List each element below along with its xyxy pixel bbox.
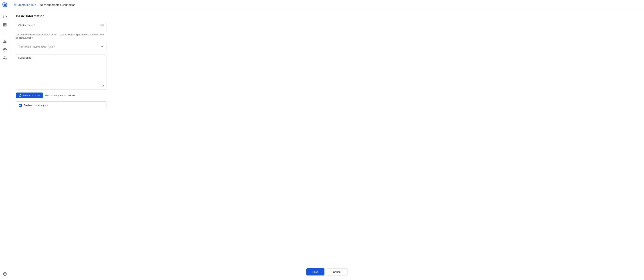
cluster-name-char-count: 0/63 xyxy=(100,24,104,27)
cluster-name-wrapper: Cluster Name * 0/63 xyxy=(16,22,106,32)
form-container: Cluster Name * 0/63 Contains only lowerc… xyxy=(16,22,106,109)
breadcrumb-link[interactable]: Operation Hub xyxy=(14,3,36,6)
read-from-file-label: Read from a file xyxy=(23,94,40,97)
footer: Save Cancel xyxy=(10,264,644,280)
header: Operation Hub / New Kubernetes Connector xyxy=(10,0,644,10)
file-icon xyxy=(19,94,22,97)
svg-line-18 xyxy=(5,41,6,42)
sidebar-item-analytics[interactable] xyxy=(1,29,9,37)
main: Operation Hub / New Kubernetes Connector… xyxy=(10,0,644,280)
kubeconfig-label: KubeConfig * xyxy=(18,56,104,59)
enable-cost-analysis-label[interactable]: Enable cost analysis xyxy=(24,104,48,107)
env-type-dropdown[interactable]: Applicable Environment Type * xyxy=(16,43,106,51)
kubeconfig-textarea[interactable] xyxy=(18,60,104,87)
svg-point-14 xyxy=(4,40,5,41)
enable-cost-analysis-wrapper: Enable cost analysis xyxy=(16,101,106,109)
sidebar-item-settings[interactable] xyxy=(1,46,9,53)
env-type-label: Applicable Environment Type * xyxy=(19,45,55,48)
svg-point-3 xyxy=(4,4,5,5)
cluster-name-hint: Contains only lowercase alphanumeric or … xyxy=(16,33,106,40)
sidebar-nav xyxy=(0,11,10,63)
svg-point-20 xyxy=(4,49,5,50)
cluster-name-field-group: Cluster Name * 0/63 Contains only lowerc… xyxy=(16,22,106,40)
cluster-name-label: Cluster Name * xyxy=(18,24,104,26)
dropdown-chevron-icon xyxy=(100,45,104,49)
sidebar-item-overview[interactable] xyxy=(1,13,9,20)
svg-rect-9 xyxy=(4,25,4,26)
svg-rect-8 xyxy=(5,23,6,25)
section-title: Basic Information xyxy=(16,14,638,18)
sidebar-item-help[interactable] xyxy=(1,270,9,278)
breadcrumb-separator: / xyxy=(38,3,38,6)
logo[interactable] xyxy=(0,0,10,10)
cancel-button[interactable]: Cancel xyxy=(327,268,348,276)
read-from-file-button[interactable]: Read from a file xyxy=(16,93,43,98)
kubeconfig-wrapper: KubeConfig * xyxy=(16,54,106,90)
enable-cost-analysis-checkbox[interactable] xyxy=(19,104,22,107)
svg-rect-10 xyxy=(5,25,6,26)
sidebar-item-users[interactable] xyxy=(1,54,9,62)
breadcrumb-current: New Kubernetes Connector xyxy=(40,3,75,6)
svg-point-21 xyxy=(4,57,5,58)
save-button[interactable]: Save xyxy=(306,268,324,276)
sidebar-item-dashboard[interactable] xyxy=(1,21,9,29)
file-format-hint: File format: yaml or text file xyxy=(45,94,75,97)
breadcrumb-link-text: Operation Hub xyxy=(18,3,36,6)
sidebar-item-clusters[interactable] xyxy=(1,38,9,45)
svg-rect-7 xyxy=(4,23,4,25)
svg-line-17 xyxy=(4,41,5,42)
sidebar xyxy=(0,0,10,280)
sidebar-bottom xyxy=(1,270,9,280)
cluster-name-input[interactable] xyxy=(18,27,104,30)
content-area: Basic Information Cluster Name * 0/63 Co… xyxy=(10,10,644,264)
file-row: Read from a file File format: yaml or te… xyxy=(16,93,106,98)
